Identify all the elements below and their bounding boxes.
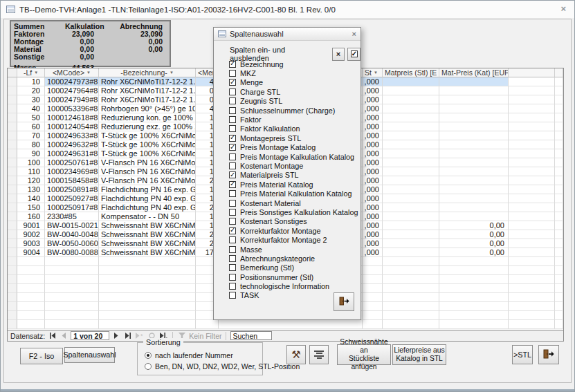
cell-mcode[interactable]: 1000249633#8: [45, 131, 99, 140]
cell-lf[interactable]: 110: [17, 167, 45, 176]
cell-extra2[interactable]: [555, 239, 563, 248]
column-toggle-item[interactable]: Bezeichnung: [229, 59, 358, 68]
unchecked-checkbox-icon[interactable]: [229, 162, 236, 169]
cell-matpreis_stl[interactable]: [383, 230, 439, 239]
row-selector[interactable]: [8, 131, 17, 140]
cell-extra2[interactable]: [555, 185, 563, 194]
cell-st[interactable]: ,000: [363, 212, 383, 221]
cell-st[interactable]: ,000: [363, 203, 383, 212]
column-toggle-item[interactable]: Preis Montage Kalkulation Katalog: [229, 152, 358, 161]
cell-extra2[interactable]: [555, 248, 563, 257]
cell-extra1[interactable]: [509, 104, 555, 113]
column-toggle-item[interactable]: Charge STL: [229, 87, 358, 96]
checked-checkbox-icon[interactable]: [229, 144, 236, 151]
cell-st[interactable]: ,000: [363, 131, 383, 140]
cell-matpreis_kat[interactable]: [439, 77, 509, 86]
column-toggle-item[interactable]: Preis Material Katalog: [229, 180, 358, 189]
cell-matpreis_stl[interactable]: [383, 122, 439, 131]
cell-extra2[interactable]: [555, 212, 563, 221]
search-input[interactable]: [230, 331, 272, 340]
uncheck-all-button[interactable]: ×: [332, 48, 345, 61]
column-toggle-item[interactable]: Zeugnis STL: [229, 97, 358, 106]
cell-matpreis_kat[interactable]: [439, 194, 509, 203]
column-toggle-item[interactable]: Materialpreis STL: [229, 171, 358, 180]
row-selector[interactable]: [8, 194, 17, 203]
cell-matpreis_stl[interactable]: [383, 158, 439, 167]
cell-st[interactable]: ,000: [363, 248, 383, 257]
cell-bezeichnung[interactable]: V-Flansch PN 16 X6CrNiMoTi17-12-2 1: [99, 158, 196, 167]
cell-matpreis_stl[interactable]: [383, 221, 439, 230]
stl-button[interactable]: >STL: [512, 345, 533, 364]
unchecked-checkbox-icon[interactable]: [229, 236, 236, 243]
cell-lf[interactable]: 60: [17, 122, 45, 131]
cell-extra1[interactable]: [509, 212, 555, 221]
cell-matpreis_kat[interactable]: [439, 176, 509, 185]
cell-matpreis_stl[interactable]: [383, 113, 439, 122]
row-selector[interactable]: [8, 149, 17, 158]
schweissnaehte-anfuegen-button[interactable]: Schweissnähte an Stückliste anfügen: [337, 344, 391, 365]
cell-extra1[interactable]: [509, 140, 555, 149]
cell-bezeichnung[interactable]: Rohr X6CrNiMoTi17-12-2 1.4571 88.9x: [99, 77, 196, 86]
checked-checkbox-icon[interactable]: [229, 61, 236, 68]
row-selector[interactable]: [8, 104, 17, 113]
unchecked-checkbox-icon[interactable]: [229, 283, 236, 290]
cell-st[interactable]: ,000: [363, 158, 383, 167]
row-selector[interactable]: [8, 221, 17, 230]
cell-matpreis_stl[interactable]: [383, 212, 439, 221]
f2-iso-button[interactable]: F2 - Iso: [20, 348, 63, 364]
cell-st[interactable]: ,000: [363, 113, 383, 122]
tools-button[interactable]: ⚒: [286, 345, 306, 364]
row-selector[interactable]: [8, 86, 17, 95]
cell-matpreis_kat[interactable]: 0,00: [439, 230, 509, 239]
cell-matpreis_stl[interactable]: [383, 203, 439, 212]
unchecked-checkbox-icon[interactable]: [229, 88, 236, 95]
last-record-icon[interactable]: [123, 332, 133, 340]
column-toggle-item[interactable]: Faktor: [229, 115, 358, 124]
column-toggle-item[interactable]: Korrekturfaktor Montage 2: [229, 235, 358, 244]
row-selector[interactable]: [8, 122, 17, 131]
cell-extra1[interactable]: [509, 95, 555, 104]
cell-lf[interactable]: 20: [17, 86, 45, 95]
cell-extra2[interactable]: [555, 149, 563, 158]
cell-extra2[interactable]: [555, 122, 563, 131]
cell-lf[interactable]: 100: [17, 158, 45, 167]
cell-lf[interactable]: 9003: [17, 239, 45, 248]
cell-bezeichnung[interactable]: Rohr X6CrNiMoTi17-12-2 1.4571 21.3x: [99, 95, 196, 104]
cell-st[interactable]: ,000: [363, 230, 383, 239]
cell-matpreis_stl[interactable]: [383, 176, 439, 185]
column-toggle-item[interactable]: Abrechnungskategorie: [229, 254, 358, 263]
cell-extra2[interactable]: [555, 77, 563, 86]
cell-mcode[interactable]: BW-0080-0088: [45, 248, 99, 257]
cell-lf[interactable]: 140: [17, 194, 45, 203]
unchecked-checkbox-icon[interactable]: [229, 153, 236, 160]
cell-bezeichnung[interactable]: T-Stück ge 100% X6CrNiMoTi17-12-2 1: [99, 149, 196, 158]
cell-extra1[interactable]: [509, 86, 555, 95]
cell-mcode[interactable]: 1000247964#8: [45, 86, 99, 95]
cell-extra2[interactable]: [555, 167, 563, 176]
cell-extra2[interactable]: [555, 104, 563, 113]
unchecked-checkbox-icon[interactable]: [229, 264, 236, 271]
cell-mcode[interactable]: 1000250761#8: [45, 158, 99, 167]
cell-bezeichnung[interactable]: Schweissnaht BW X6CrNiMoTi17-12-2: [99, 221, 196, 230]
cell-bezeichnung[interactable]: Kompensator - - DN 50: [99, 212, 196, 221]
cell-extra1[interactable]: [509, 248, 555, 257]
cell-lf[interactable]: 40: [17, 104, 45, 113]
cell-extra2[interactable]: [555, 86, 563, 95]
unchecked-checkbox-icon[interactable]: [229, 218, 236, 225]
cell-mcode[interactable]: 1000247973#8: [45, 77, 99, 86]
cell-matpreis_stl[interactable]: [383, 185, 439, 194]
row-selector-header[interactable]: [8, 68, 17, 77]
cell-mcode[interactable]: 1000249631#8: [45, 149, 99, 158]
cell-extra1[interactable]: [509, 77, 555, 86]
cell-matpreis_kat[interactable]: [439, 86, 509, 95]
checked-checkbox-icon[interactable]: [229, 181, 236, 188]
cell-matpreis_kat[interactable]: [439, 122, 509, 131]
checked-checkbox-icon[interactable]: [229, 171, 236, 178]
cell-bezeichnung[interactable]: Schweissnaht BW X6CrNiMoTi17-12-2: [99, 239, 196, 248]
cell-st[interactable]: ,000: [363, 95, 383, 104]
cell-matpreis_kat[interactable]: 0,00: [439, 221, 509, 230]
cell-matpreis_kat[interactable]: [439, 149, 509, 158]
cell-matpreis_stl[interactable]: [383, 131, 439, 140]
list-button[interactable]: [309, 345, 329, 364]
cell-extra2[interactable]: [555, 131, 563, 140]
